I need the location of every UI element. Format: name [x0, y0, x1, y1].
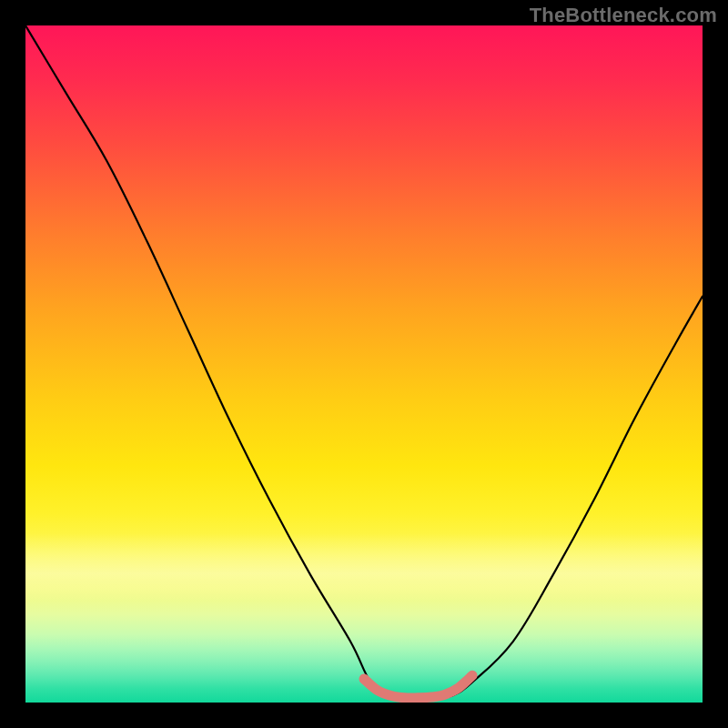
- plot-area: [25, 25, 703, 703]
- bottleneck-curve-line: [25, 25, 703, 700]
- curve-svg: [25, 25, 703, 703]
- chart-frame: TheBottleneck.com: [0, 0, 728, 728]
- sweet-spot-overlay-line: [364, 675, 472, 698]
- watermark-label: TheBottleneck.com: [530, 4, 717, 27]
